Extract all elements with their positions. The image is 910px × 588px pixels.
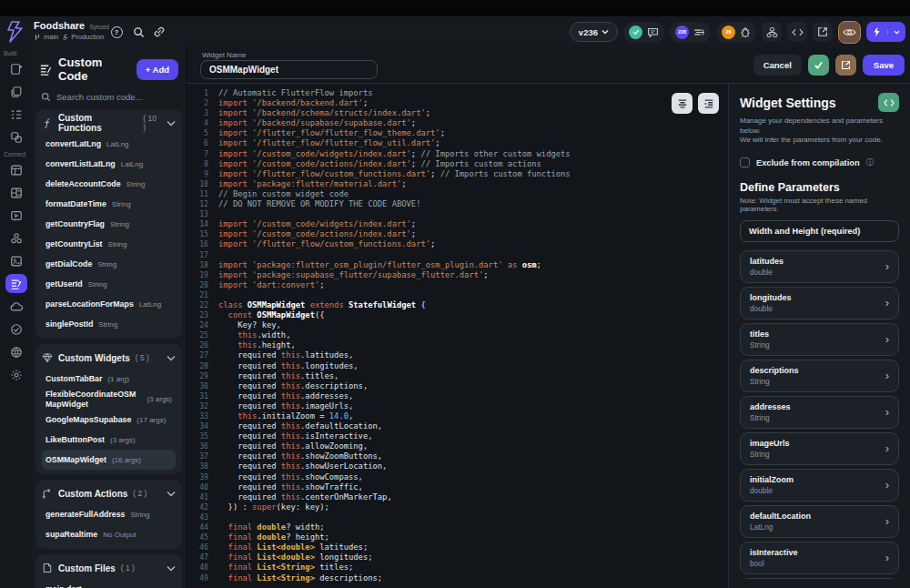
help-button[interactable]: ? — [108, 24, 125, 40]
code-line[interactable]: 11// Begin custom widget code — [187, 189, 728, 199]
list-item-GoogleMapsSupabase[interactable]: GoogleMapsSupabase(17 args) — [42, 410, 176, 430]
parameter-card-isInteractive[interactable]: isInteractivebool› — [740, 542, 899, 574]
view-code-button[interactable] — [787, 22, 807, 42]
sidebar-item-settings[interactable] — [5, 365, 27, 384]
code-line[interactable]: 19import 'package:supabase_flutter/supab… — [187, 270, 728, 280]
chevron-down-icon[interactable] — [167, 355, 176, 361]
section-header-widgets[interactable]: Custom Widgets( 5 ) — [42, 347, 176, 369]
widget-tree-button[interactable] — [762, 22, 782, 42]
sidebar-item-media-assets[interactable] — [5, 251, 27, 270]
version-selector[interactable]: v236 — [570, 22, 618, 42]
search-bar[interactable] — [32, 88, 186, 109]
code-line[interactable]: 48 final List<String> titles; — [187, 563, 728, 573]
cancel-button[interactable]: Cancel — [753, 55, 802, 76]
chevron-down-icon[interactable] — [167, 491, 176, 497]
code-line[interactable]: 7import '/custom_code/widgets/index.dart… — [187, 149, 728, 159]
widget-name-input[interactable] — [200, 60, 378, 79]
code-line[interactable]: 20import 'dart:convert'; — [187, 280, 728, 290]
code-line[interactable]: 5import '/flutter_flow/flutter_flow_them… — [187, 128, 728, 138]
code-line[interactable]: 26 this.height, — [187, 340, 728, 350]
code-line[interactable]: 40 required this.showTraffic, — [187, 482, 728, 492]
code-line[interactable]: 45 final double? height; — [187, 532, 728, 542]
code-line[interactable]: 6import '/flutter_flow/flutter_flow_util… — [187, 138, 728, 148]
code-line[interactable]: 37 required this.showZoomButtons, — [187, 451, 728, 461]
size-parameter-field[interactable]: Width and Height (required) — [740, 220, 899, 242]
code-line[interactable]: 38 required this.showUserLocation, — [187, 461, 728, 471]
code-line[interactable]: 14import '/custom_code/widgets/index.dar… — [187, 219, 728, 229]
open-editor-button[interactable] — [835, 55, 856, 76]
code-line[interactable]: 4import '/backend/supabase/supabase.dart… — [187, 118, 728, 128]
sidebar-item-custom-code[interactable] — [5, 274, 27, 293]
list-item-OSMMapWidget[interactable]: OSMMapWidget(16 args) — [42, 450, 176, 470]
parameter-card-allowZooming[interactable]: allowZoomingbool› — [740, 578, 899, 580]
code-line[interactable]: 13 — [187, 209, 728, 219]
code-line[interactable]: 32 required this.imageUrls, — [187, 401, 728, 411]
run-options-chevron[interactable] — [887, 30, 905, 35]
list-item-getCountryList[interactable]: getCountryListString — [42, 234, 176, 254]
code-line[interactable]: 17 — [187, 250, 728, 260]
code-line[interactable]: 44 final double? width; — [187, 522, 728, 532]
search-input[interactable] — [56, 92, 166, 102]
sidebar-item-data-types[interactable] — [5, 183, 27, 202]
sidebar-item-cloud-functions[interactable] — [5, 297, 27, 316]
list-item-convertLatLng[interactable]: convertLatLngLatLng — [42, 134, 176, 154]
sidebar-item-tests[interactable] — [5, 319, 27, 339]
exclude-compilation-checkbox[interactable] — [740, 157, 750, 167]
chevron-down-icon[interactable] — [167, 120, 176, 127]
list-item-deleteAccountCode[interactable]: deleteAccountCodeString — [42, 174, 176, 194]
parameter-card-defaultLocation[interactable]: defaultLocationLatLng› — [740, 505, 899, 538]
flutterflow-logo[interactable] — [4, 19, 28, 44]
parameter-card-latitudes[interactable]: latitudesdouble› — [740, 250, 899, 283]
code-line[interactable]: 25 this.width, — [187, 330, 728, 340]
sidebar-item-api-calls[interactable] — [5, 342, 27, 361]
list-item-singlePostId[interactable]: singlePostIdString — [42, 314, 176, 334]
open-app-button[interactable] — [813, 22, 833, 42]
list-item-main.dart[interactable]: main.dart — [42, 579, 176, 588]
list-item-supaRealtime[interactable]: supaRealtimeNo Output — [42, 524, 176, 544]
issues-group[interactable]: 26 — [716, 22, 756, 43]
sidebar-item-components[interactable] — [5, 127, 27, 147]
section-header-actions[interactable]: Custom Actions( 2 ) — [42, 482, 176, 504]
code-line[interactable]: 28 required this.longitudes, — [187, 361, 728, 371]
code-line[interactable]: 10import 'package:flutter/material.dart'… — [187, 179, 728, 189]
code-line[interactable]: 41 required this.centerOnMarkerTap, — [187, 492, 728, 502]
code-line[interactable]: 36 required this.allowZooming, — [187, 441, 728, 451]
code-line[interactable]: 39 required this.showCompass, — [187, 472, 728, 482]
code-line[interactable]: 31 required this.addresses, — [187, 391, 728, 401]
run-button[interactable] — [866, 22, 905, 42]
code-pane[interactable]: 1// Automatic FlutterFlow imports2import… — [187, 84, 728, 583]
sidebar-item-page-builder[interactable] — [5, 59, 27, 78]
chevron-down-icon[interactable] — [167, 565, 176, 572]
code-line[interactable]: 16import '/flutter_flow/custom_functions… — [187, 239, 728, 249]
code-line[interactable]: 23 const OSMMapWidget({ — [187, 310, 728, 320]
format-code-button[interactable] — [672, 93, 693, 114]
code-line[interactable]: 21 — [187, 290, 728, 300]
code-line[interactable]: 34 required this.defaultLocation, — [187, 421, 728, 431]
sidebar-item-integrations[interactable] — [5, 228, 27, 248]
search-button[interactable] — [130, 24, 147, 40]
parameter-card-titles[interactable]: titlesString› — [740, 323, 899, 356]
parameter-card-initialZoom[interactable]: initialZoomdouble› — [740, 469, 899, 502]
list-item-LikeButtonPost[interactable]: LikeButtonPost(3 args) — [42, 430, 176, 450]
code-line[interactable]: 29 required this.titles, — [187, 371, 728, 381]
list-item-parseLocationForMaps[interactable]: parseLocationForMapsLatLng — [42, 294, 176, 314]
code-line[interactable]: 2import '/backend/backend.dart'; — [187, 98, 728, 108]
code-line[interactable]: 30 required this.descriptions, — [187, 381, 728, 391]
sidebar-item-database[interactable] — [5, 160, 27, 179]
code-line[interactable]: 22class OSMMapWidget extends StatefulWid… — [187, 300, 728, 310]
parameter-card-longitudes[interactable]: longitudesdouble› — [740, 287, 899, 319]
section-header-functions[interactable]: Custom Functions( 10 ) — [42, 112, 176, 134]
activity-group[interactable]: 228 — [670, 22, 711, 43]
code-line[interactable]: 12// DO NOT REMOVE OR MODIFY THE CODE AB… — [187, 199, 728, 209]
list-item-getDialCode[interactable]: getDialCodeString — [42, 254, 176, 274]
code-line[interactable]: 27 required this.latitudes, — [187, 350, 728, 360]
parameter-card-imageUrls[interactable]: imageUrlsString› — [740, 432, 899, 465]
list-item-convertListLatLng[interactable]: convertListLatLngLatLng — [42, 154, 176, 174]
code-line[interactable]: 46 final List<double> latitudes; — [187, 542, 728, 553]
list-item-formatDateTime[interactable]: formatDateTimeString — [42, 194, 176, 214]
code-line[interactable]: 43 — [187, 512, 728, 522]
code-line[interactable]: 35 required this.isInteractive, — [187, 431, 728, 441]
info-icon[interactable]: ⓘ — [866, 157, 875, 168]
code-line[interactable]: 9import '/flutter_flow/custom_functions.… — [187, 169, 728, 179]
code-line[interactable]: 42 }) : super(key: key); — [187, 502, 728, 512]
